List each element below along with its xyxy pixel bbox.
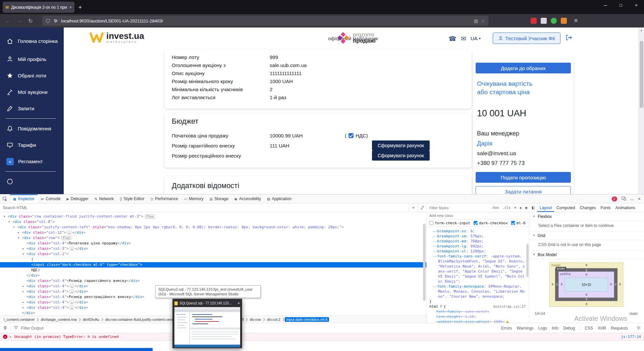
error-message[interactable]: Uncaught (in promise) TypeError: h is un… [14,335,119,339]
sidebar-tab-computed[interactable]: Computed [554,203,577,212]
mail-icon[interactable]: ✉ [461,35,466,43]
css-declaration[interactable]: --breakpoint-sm: 576px; [429,234,526,239]
browser-tab[interactable]: W Дискваліфікація 2-ох по 1 прин × [3,2,74,13]
devtools-tab-console[interactable]: ≫Console [38,194,64,203]
css-declaration[interactable]: --breakpoint-xl: 1200px; [429,249,526,254]
rule-source-link[interactable]: bootstrap.css:37 [493,304,526,309]
reader-mode-icon[interactable]: ▤ [474,18,478,23]
markup-line[interactable]: НДС) [0,268,426,273]
css-declaration[interactable]: font-family: sans-serif; [433,309,526,314]
extension-icon[interactable] [541,18,547,24]
eyedropper-icon[interactable] [418,203,426,212]
class-toggle[interactable]: dark-checkbox [474,221,508,225]
permissions-icon[interactable] [53,18,58,23]
page-scrollbar[interactable]: ▲ [638,27,644,194]
sidebar-tab-layout[interactable]: Layout [537,203,554,212]
devtools-tab-performance[interactable]: ◷Performance [147,194,181,203]
console-error-row[interactable]: ✕ ▸ Uncaught (in promise) TypeError: h i… [0,333,644,341]
border-bottom-value[interactable]: 2 [586,297,587,301]
gear-icon[interactable] [636,326,641,331]
markup-line[interactable]: ( [0,257,426,262]
rule-selector-row[interactable]: html{bootstrap.css:37 [429,304,526,309]
grid-section-header[interactable]: ▼ Grid [529,231,643,240]
generate-invoice-button[interactable]: Сформувати рахунок [372,140,430,151]
color-scheme-icon[interactable]: ◐ [518,203,524,212]
site-logo[interactable]: invest.ua marketplace [90,32,144,44]
submit-proposal-button[interactable]: Подати пропозицію [476,172,571,183]
css-declaration[interactable]: --breakpoint-xs: 0; [429,229,526,234]
pick-element-icon[interactable] [0,194,10,203]
breadcrumb-item[interactable]: l_content.container [2,317,37,322]
console-filter-info[interactable]: Info [552,326,558,331]
collapse-sidebar-icon[interactable]: « [6,158,14,165]
user-account-button[interactable]: Тестовий Учасник ФК [493,33,560,44]
boxmodel-section-header[interactable]: ▼ Box Model [529,250,643,259]
console-filter-xhr[interactable]: XHR [598,326,606,331]
markup-line[interactable]: ▾<div class="col-2"> [0,251,426,257]
url-text[interactable]: localhost:9020/auction/LSE001-UA-2021111… [61,18,471,23]
markup-line[interactable]: <input class="dark-checkbox ml-6" type="… [0,262,426,268]
console-filter-errors[interactable]: Errors [501,326,512,331]
menu-icon[interactable]: ≡ [574,17,578,24]
console-filter-requests[interactable]: Requests [611,326,628,331]
add-class-input[interactable] [427,212,529,219]
border-top-value[interactable]: 2 [586,269,587,272]
breadcrumb-item[interactable]: div.col-2 [265,317,282,322]
split-pane-icon[interactable]: ◧ [529,206,537,210]
window-minimize-button[interactable]: ─ [598,0,613,10]
devtools-tab-network[interactable]: ⇅Network [92,194,117,203]
print-media-icon[interactable]: ▦ [524,203,529,212]
markup-line[interactable]: ▾<div class="row">flex [0,235,426,241]
markup-line[interactable]: <div class="col-4">Початкова ціна продаж… [0,241,426,246]
sidebar-item-головна[interactable]: Головна сторінка [0,32,64,51]
console-selection-strip[interactable] [0,348,153,351]
class-toggle[interactable]: form-check-input [429,221,470,225]
sidebar-tab-changes[interactable]: Changes [577,203,598,212]
devtools-tab-storage[interactable]: ▤Storage [206,194,231,203]
logout-icon[interactable] [565,34,572,42]
sidebar-tab-fonts[interactable]: Fonts [598,203,613,212]
border-left-value[interactable]: 2 [556,283,558,286]
forward-button[interactable]: → [15,18,23,24]
language-selector[interactable]: UA ▾ [471,36,481,41]
extension-icon[interactable] [531,18,537,24]
class-toggle-button[interactable]: .cls [501,203,512,212]
css-declaration[interactable]: --font-family-sans-serif: -apple-system,… [429,254,526,284]
filter-styles-input[interactable] [427,206,489,210]
devtools-menu-icon[interactable]: … [630,197,634,201]
console-filter-logs[interactable]: Logs [538,326,547,331]
console-filter-css[interactable]: CSS [585,326,593,331]
reload-button[interactable]: ↻ [26,18,35,24]
error-count-badge[interactable]: 2 [612,196,617,201]
padding-right-value[interactable]: 0 [610,283,612,286]
devtools-tab-inspector[interactable]: ▦Inspector [10,194,38,203]
phone-icon[interactable]: ☎ [448,35,457,43]
breadcrumb-item[interactable]: div#DivAu [81,317,101,322]
sidebar-item-повідомлення[interactable]: Повідомлення [0,120,64,137]
console-filter-warnings[interactable]: Warnings [517,326,534,331]
rules-scrollbar-thumb[interactable] [526,244,529,277]
devtools-tab-application[interactable]: ▧Application [264,194,294,203]
bookmark-star-icon[interactable]: ☆ [481,18,485,23]
margin-right-value[interactable]: 0 [619,283,621,286]
devtools-tab-memory[interactable]: ▭Memory [181,194,207,203]
css-declaration[interactable]: line-height: 1.15; [433,314,526,319]
sidebar-item-регламент[interactable]: «Регламент [0,153,64,170]
css-declaration[interactable]: --font-family-monospace: SFMono-Regular,… [429,284,526,299]
margin-bottom-value[interactable]: 0 [586,302,587,306]
add-to-favorites-button[interactable]: Додати до обраних [476,63,571,73]
add-rule-button[interactable]: + [512,203,518,212]
devtools-tab-style-editor[interactable]: {}Style Editor [117,194,147,203]
preview-close-icon[interactable]: ✕ [237,301,240,305]
class-checkbox[interactable] [511,221,515,225]
trash-icon[interactable] [3,326,7,331]
devtools-tab-debugger[interactable]: ▶Debugger [63,194,91,203]
filter-output-input[interactable] [21,326,122,331]
sidebar-item-тарифи[interactable]: Тарифи [0,137,64,153]
margin-top-value[interactable]: 0 [586,264,587,267]
markup-scrollbar-thumb[interactable] [423,224,426,301]
padding-top-value[interactable]: 0 [586,273,587,276]
generate-invoice-button[interactable]: Сформувати рахунок [372,151,430,161]
ssms-screenshot-thumbnail[interactable] [174,307,240,347]
devtools-close-icon[interactable]: × [638,196,641,201]
